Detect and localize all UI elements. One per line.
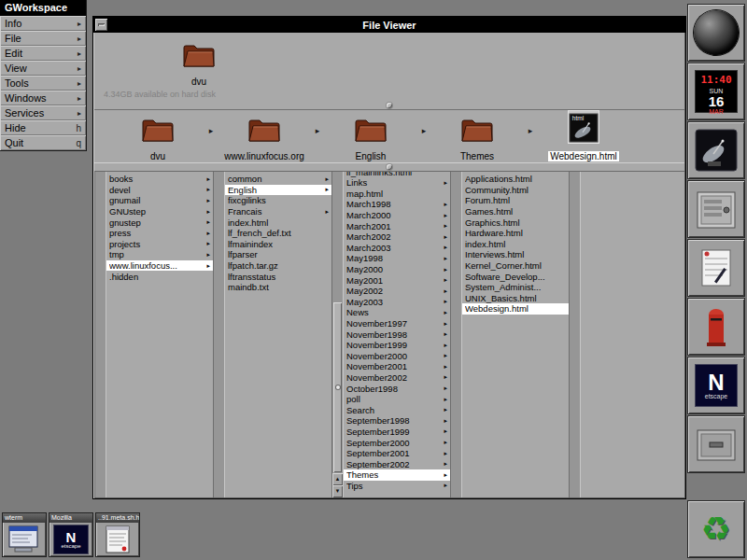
file-row[interactable]: devel▸ [106,185,213,196]
file-row[interactable]: Hardware.html [462,228,569,239]
file-row[interactable]: common▸ [225,174,331,185]
file-row[interactable]: May2001▸ [344,274,450,286]
file-row[interactable]: Search▸ [344,404,450,415]
dock-tile-recycler[interactable]: ♻ [687,500,745,558]
dock-tile-clock[interactable]: 11:40SUN16MAR [687,63,745,120]
column-scrollbar[interactable] [94,172,106,497]
browser-divider[interactable] [94,163,684,171]
miniwindow-mozilla[interactable]: MozillaNetscape [49,512,93,557]
file-row[interactable]: March2000▸ [344,210,450,221]
file-row[interactable]: UNIX_Basics.html [462,293,569,304]
file-row[interactable]: September2000▸ [344,437,450,448]
file-row[interactable]: lf_french_def.txt [225,228,331,239]
file-row[interactable]: GNUstep▸ [106,206,213,217]
menu-item-quit[interactable]: Quitq [0,135,86,150]
menu-title[interactable]: GWorkspace [0,0,86,16]
miniaturize-button[interactable] [95,19,107,31]
file-row[interactable]: Forum.html [462,195,569,206]
file-row[interactable]: November1998▸ [344,329,450,340]
scroll-down-button[interactable]: ▼ [332,485,343,497]
shelf-item-themes[interactable]: Themes [428,109,527,163]
file-row[interactable]: May2000▸ [344,264,450,275]
file-row[interactable]: Kernel_Corner.html [462,260,569,272]
file-row[interactable]: gnustep▸ [106,217,213,228]
file-row[interactable]: index.html [225,217,331,228]
divider-handle-icon[interactable] [387,103,392,108]
file-row[interactable]: index.html [462,239,569,250]
file-row[interactable]: .hidden [106,271,213,282]
menu-item-file[interactable]: File▸ [0,31,86,46]
shelf-divider[interactable] [94,102,684,109]
file-row[interactable]: November2002▸ [344,372,450,384]
miniwindow--91-meta-sh-html[interactable]: ..91.meta.sh.html [95,512,140,557]
file-row[interactable]: Francais▸ [225,206,331,217]
window-titlebar[interactable]: File Viewer [93,17,685,33]
divider-handle-icon[interactable] [387,164,392,170]
file-row[interactable]: Links▸ [344,177,450,189]
menu-item-hide[interactable]: Hideh [0,120,86,135]
file-row[interactable]: poll▸ [344,394,450,405]
file-row[interactable]: March1998▸ [344,199,450,210]
column-scrollbar[interactable] [450,172,462,497]
menu-item-info[interactable]: Info▸ [0,16,86,31]
file-row[interactable]: System_Administ... [462,282,569,293]
shelf-item-english[interactable]: English [321,109,420,163]
shelf-item-webdesign-html[interactable]: htmlWebdesign.html [534,109,633,163]
file-row[interactable]: maindb.txt [225,282,331,293]
miniwindow-wterm[interactable]: wterm [2,512,47,557]
dock-tile-sphere[interactable] [687,4,745,62]
file-row[interactable]: English▸ [225,185,331,196]
file-row[interactable]: November2001▸ [344,361,450,372]
file-row[interactable]: projects▸ [106,239,213,250]
file-row[interactable]: Graphics.html [462,217,569,228]
file-row[interactable]: Community.html [462,185,569,196]
scroll-up-button[interactable]: ▲ [332,473,343,485]
file-row[interactable]: lfparser [225,249,331,260]
file-row[interactable]: March2002▸ [344,231,450,243]
dock-tile-postbox[interactable] [687,298,745,356]
column-scrollbar[interactable] [569,172,581,497]
file-row[interactable]: May1998▸ [344,253,450,264]
file-row[interactable]: September2002▸ [344,458,450,469]
menu-item-services[interactable]: Services▸ [0,105,86,120]
file-row[interactable]: Webdesign.html [462,303,569,315]
file-row[interactable]: Tips▸ [344,481,450,492]
file-row[interactable]: September1998▸ [344,415,450,427]
file-row[interactable]: Games.html [462,206,569,217]
menu-item-view[interactable]: View▸ [0,61,86,76]
file-row[interactable]: Interviews.html [462,249,569,260]
column-scrollbar[interactable] [213,172,225,497]
file-row[interactable]: October1998▸ [344,383,450,394]
file-row[interactable]: lftransstatus [225,271,331,282]
file-row[interactable]: map.html [344,189,450,200]
scrollbar-knob[interactable] [333,302,342,472]
menu-item-tools[interactable]: Tools▸ [0,76,86,91]
file-row[interactable]: May2002▸ [344,286,450,297]
file-row[interactable]: November2000▸ [344,351,450,362]
file-row[interactable]: lfmainindex [225,239,331,250]
root-folder[interactable]: dvu [173,36,225,89]
shelf-item-www-linuxfocus-org[interactable]: www.linuxfocus.org [215,109,314,163]
file-row[interactable]: November1999▸ [344,340,450,351]
file-row[interactable]: lf_mainlinks.html [344,172,450,177]
file-row[interactable]: March2001▸ [344,220,450,231]
file-row[interactable]: Themes▸ [344,469,450,481]
file-row[interactable]: May2003▸ [344,297,450,308]
dock-tile-satellite[interactable] [687,121,745,179]
file-row[interactable]: September1999▸ [344,427,450,438]
file-row[interactable]: March2003▸ [344,243,450,254]
file-row[interactable]: September2001▸ [344,448,450,459]
menu-item-edit[interactable]: Edit▸ [0,46,86,61]
file-row[interactable]: Software_Develop... [462,271,569,282]
file-row[interactable]: books▸ [106,174,213,185]
file-row[interactable]: press▸ [106,228,213,239]
dock-tile-notes[interactable] [687,239,745,297]
file-row[interactable]: gnumail▸ [106,195,213,206]
shelf-item-dvu[interactable]: dvu [108,109,207,163]
file-row[interactable]: tmp▸ [106,249,213,260]
file-row[interactable]: News▸ [344,307,450,318]
menu-item-windows[interactable]: Windows▸ [0,91,86,105]
file-row[interactable]: www.linuxfocus...▸ [106,260,213,272]
dock-tile-netscape[interactable]: Netscape [687,357,745,414]
file-row[interactable]: fixcgilinks [225,195,331,206]
